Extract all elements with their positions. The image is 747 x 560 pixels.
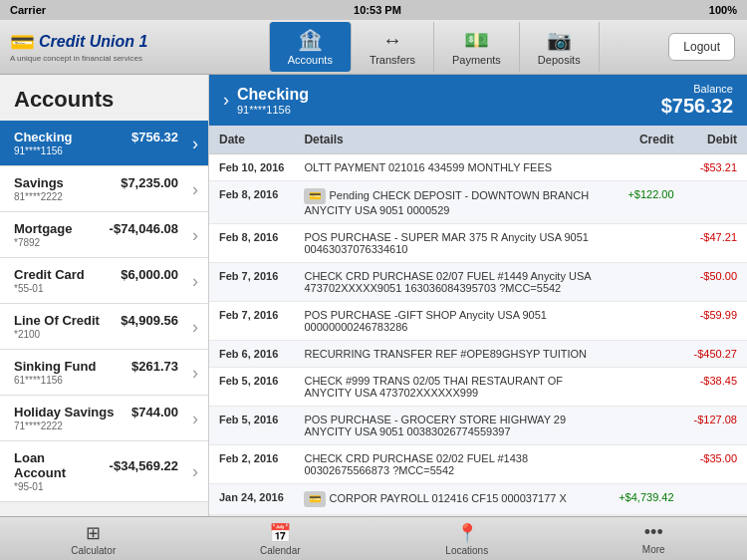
transfers-icon: ↔️	[382, 29, 402, 52]
account-number: 91****1156	[14, 145, 194, 156]
tx-details: 💳 CORPOR PAYROLL 012416 CF15 000037177 X	[294, 484, 609, 515]
account-item[interactable]: Sinking Fund $261.73 61****1156	[0, 350, 208, 396]
tx-details: CHECK CRD PURCHASE 02/02 FUEL #1438 0030…	[294, 445, 609, 484]
account-item[interactable]: Holiday Savings $744.00 71****2222	[0, 396, 208, 441]
tx-debit: -$50.00	[684, 263, 747, 302]
tx-date: Feb 5, 2016	[209, 407, 294, 445]
tx-debit: -$59.99	[684, 302, 747, 341]
table-row: Feb 5, 2016 POS PURCHASE - GROCERY STORE…	[209, 407, 747, 445]
main-content: Accounts Checking $756.32 91****1156 Sav…	[0, 75, 747, 516]
col-details: Details	[294, 126, 609, 154]
account-name: Credit Card	[14, 267, 101, 282]
table-row: Feb 10, 2016 OLTT PAYMENT 021016 434599 …	[209, 154, 747, 181]
logo-tagline: A unique concept in financial services	[10, 54, 189, 64]
tx-date: Feb 10, 2016	[209, 154, 294, 181]
account-name: Holiday Savings	[14, 405, 129, 420]
account-item[interactable]: Credit Card $6,000.00 *55-01	[0, 258, 208, 304]
carrier-label: Carrier	[10, 4, 46, 16]
tx-credit	[609, 263, 683, 302]
tx-details: 💳 Pending CHECK DEPOSIT - DOWNTOWN BRANC…	[294, 181, 609, 224]
account-item[interactable]: Loan Account -$34,569.22 *95-01	[0, 441, 208, 502]
balance-label: Balance	[661, 83, 733, 95]
account-number: *55-01	[14, 283, 194, 294]
account-balance: $756.32	[131, 130, 194, 144]
nav-tab-transfers[interactable]: ↔️Transfers	[352, 22, 434, 72]
nav-tab-accounts[interactable]: 🏦Accounts	[269, 22, 352, 72]
bottom-tab-calendar[interactable]: 📅Calendar	[240, 522, 320, 556]
account-balance: $744.00	[131, 405, 194, 420]
more-icon: •••	[644, 522, 663, 543]
account-item[interactable]: Checking $756.32 91****1156	[0, 121, 208, 166]
tx-details: OLTT PAYMENT 021016 434599 MONTHLY FEES	[294, 154, 609, 181]
deposit-icon: 💳	[304, 491, 326, 507]
table-row: Jan 24, 2016 💳 CORPOR PAYROLL 012416 CF1…	[209, 484, 747, 515]
bottom-bar: ⊞Calculator📅Calendar📍Locations•••More	[0, 516, 747, 560]
tx-debit: -$53.21	[684, 154, 747, 181]
tx-date: Feb 5, 2016	[209, 368, 294, 407]
transaction-rows: Feb 10, 2016 OLTT PAYMENT 021016 434599 …	[209, 154, 747, 515]
accounts-icon: 🏦	[298, 28, 323, 52]
table-row: Feb 7, 2016 POS PURCHASE -GIFT SHOP Anyc…	[209, 302, 747, 341]
bottom-tab-locations[interactable]: 📍Locations	[427, 522, 507, 556]
deposits-icon: 📷	[547, 28, 572, 52]
tx-details: CHECK #999 TRANS 02/05 THAI RESTAURANT O…	[294, 368, 609, 407]
nav-tab-deposits[interactable]: 📷Deposits	[520, 22, 600, 72]
calculator-icon: ⊞	[86, 522, 101, 544]
account-name: Savings	[14, 175, 80, 190]
tx-credit: +$122.00	[609, 181, 683, 224]
account-name: Mortgage	[14, 221, 89, 236]
account-item[interactable]: Line Of Credit $4,909.56 *2100	[0, 304, 208, 350]
account-number: 61****1156	[14, 375, 194, 386]
accounts-list: Checking $756.32 91****1156 Savings $7,2…	[0, 121, 208, 502]
table-row: Feb 5, 2016 CHECK #999 TRANS 02/05 THAI …	[209, 368, 747, 407]
transactions-area[interactable]: Date Details Credit Debit Feb 10, 2016 O…	[209, 126, 747, 516]
account-name: Loan Account	[14, 450, 110, 480]
tx-details: POS PURCHASE - SUPER MAR 375 R Anycity U…	[294, 224, 609, 263]
logo-icon: 💳	[10, 30, 35, 54]
nav-tab-payments[interactable]: 💵Payments	[434, 22, 520, 72]
col-credit: Credit	[609, 126, 683, 154]
account-item[interactable]: Mortgage -$74,046.08 *7892	[0, 212, 208, 258]
bottom-tab-calculator[interactable]: ⊞Calculator	[54, 522, 133, 556]
tx-date: Feb 7, 2016	[209, 302, 294, 341]
table-row: Feb 2, 2016 CHECK CRD PURCHASE 02/02 FUE…	[209, 445, 747, 484]
battery-label: 100%	[709, 4, 737, 16]
tx-debit: -$127.08	[684, 407, 747, 445]
detail-expand-icon[interactable]: ›	[223, 90, 229, 111]
top-nav: 💳 Credit Union 1 A unique concept in fin…	[0, 20, 747, 75]
bottom-tab-more[interactable]: •••More	[614, 522, 693, 555]
account-name: Line Of Credit	[14, 313, 116, 328]
account-number: *95-01	[14, 481, 194, 492]
tx-date: Jan 24, 2016	[209, 484, 294, 515]
logo-name: Credit Union 1	[39, 33, 147, 51]
detail-header: › Checking 91****1156 Balance $756.32	[209, 75, 747, 126]
tx-details: POS PURCHASE -GIFT SHOP Anycity USA 9051…	[294, 302, 609, 341]
account-balance: -$74,046.08	[110, 221, 194, 236]
account-item[interactable]: Savings $7,235.00 81****2222	[0, 166, 208, 212]
detail-account-number: 91****1156	[237, 104, 309, 116]
deposit-icon: 💳	[304, 188, 326, 204]
detail-account-name: Checking	[237, 86, 309, 104]
account-number: 71****2222	[14, 420, 194, 431]
account-balance: $7,235.00	[121, 175, 194, 190]
tx-debit	[684, 181, 747, 224]
tx-credit	[609, 302, 683, 341]
tx-credit	[609, 154, 683, 181]
tx-credit	[609, 407, 683, 445]
logout-button[interactable]: Logout	[668, 33, 735, 61]
table-header-row: Date Details Credit Debit	[209, 126, 747, 154]
table-row: Feb 8, 2016 POS PURCHASE - SUPER MAR 375…	[209, 224, 747, 263]
tx-credit	[609, 368, 683, 407]
detail-panel: › Checking 91****1156 Balance $756.32 Da…	[209, 75, 747, 516]
tx-details: RECURRING TRANSFER REF #OPE89GHSYP TUITI…	[294, 341, 609, 368]
table-row: Feb 6, 2016 RECURRING TRANSFER REF #OPE8…	[209, 341, 747, 368]
tx-credit: +$4,739.42	[609, 484, 683, 515]
tx-debit	[684, 484, 747, 515]
account-balance: $261.73	[131, 359, 194, 374]
col-date: Date	[209, 126, 294, 154]
tx-details: CHECK CRD PURCHASE 02/07 FUEL #1449 Anyc…	[294, 263, 609, 302]
account-name: Sinking Fund	[14, 359, 112, 374]
table-row: Feb 7, 2016 CHECK CRD PURCHASE 02/07 FUE…	[209, 263, 747, 302]
tx-date: Feb 2, 2016	[209, 445, 294, 484]
payments-icon: 💵	[464, 28, 489, 52]
